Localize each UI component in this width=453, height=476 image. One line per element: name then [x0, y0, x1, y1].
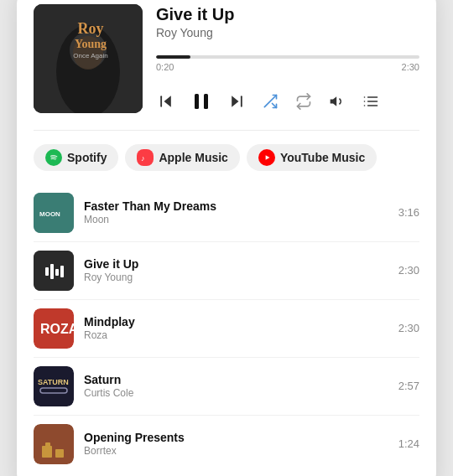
- tab-apple-music[interactable]: ♪ Apple Music: [125, 144, 239, 171]
- track-duration-3: 2:57: [398, 380, 419, 392]
- track-item[interactable]: MOON Faster Than My Dreams Moon 3:16: [34, 184, 419, 242]
- track-meta-1: Give it Up Roy Young: [84, 257, 388, 283]
- track-artist-3: Curtis Cole: [84, 387, 388, 399]
- track-meta-2: Mindplay Roza: [84, 315, 388, 341]
- svg-rect-32: [55, 269, 59, 276]
- music-player-card: Roy Young Once Again Give it Up Roy Youn…: [17, 0, 436, 476]
- track-meta-0: Faster Than My Dreams Moon: [84, 199, 388, 225]
- player-section: Roy Young Once Again Give it Up Roy Youn…: [34, 4, 419, 113]
- track-artist: Roy Young: [156, 26, 419, 39]
- track-thumb-2: ROZA: [34, 308, 74, 349]
- time-labels: 0:20 2:30: [156, 62, 419, 72]
- track-duration-4: 1:24: [398, 437, 419, 450]
- track-artist-1: Roy Young: [84, 272, 388, 283]
- svg-rect-10: [204, 94, 208, 109]
- svg-rect-9: [195, 94, 199, 109]
- svg-rect-40: [42, 446, 52, 458]
- track-name-1: Give it Up: [84, 257, 388, 271]
- divider: [34, 130, 419, 131]
- track-meta-4: Opening Presents Borrtex: [84, 431, 388, 457]
- track-name-2: Mindplay: [84, 315, 388, 329]
- tab-youtube-music[interactable]: YouTube Music: [247, 144, 377, 171]
- svg-text:Young: Young: [75, 38, 107, 50]
- track-item[interactable]: Give it Up Roy Young 2:30: [34, 242, 419, 300]
- progress-fill: [156, 55, 190, 59]
- current-time: 0:20: [156, 62, 174, 72]
- track-duration-2: 2:30: [398, 322, 419, 334]
- track-duration-0: 3:16: [398, 206, 419, 219]
- track-thumb-0: MOON: [34, 193, 74, 233]
- svg-text:ROZA: ROZA: [40, 322, 74, 336]
- forward-button[interactable]: [226, 91, 247, 111]
- track-duration-1: 2:30: [398, 264, 419, 277]
- svg-text:Once Again: Once Again: [73, 52, 107, 60]
- progress-bar[interactable]: [156, 55, 419, 59]
- svg-text:Roy: Roy: [78, 20, 104, 37]
- track-item[interactable]: ROZA Mindplay Roza 2:30: [34, 300, 419, 358]
- repeat-button[interactable]: [294, 91, 314, 111]
- youtube-music-icon: [258, 149, 275, 166]
- track-item[interactable]: Opening Presents Borrtex 1:24: [34, 416, 419, 473]
- track-name-3: Saturn: [84, 373, 388, 386]
- svg-rect-39: [34, 424, 74, 464]
- track-thumb-1: [34, 251, 74, 291]
- track-name-4: Opening Presents: [84, 431, 388, 444]
- tab-apple-music-label: Apple Music: [159, 151, 227, 164]
- track-artist-4: Borrtex: [84, 445, 388, 457]
- service-tabs: Spotify ♪ Apple Music YouTube Music: [34, 144, 419, 171]
- svg-rect-41: [45, 442, 50, 448]
- tab-youtube-music-label: YouTube Music: [280, 151, 365, 164]
- track-artist-2: Roza: [84, 329, 388, 341]
- svg-text:SATURN: SATURN: [38, 378, 69, 386]
- volume-button[interactable]: [327, 91, 347, 111]
- queue-button[interactable]: [361, 91, 381, 111]
- track-name-0: Faster Than My Dreams: [84, 199, 388, 213]
- track-meta-3: Saturn Curtis Cole: [84, 373, 388, 399]
- svg-marker-15: [331, 96, 337, 106]
- svg-rect-33: [60, 266, 64, 277]
- tab-spotify[interactable]: Spotify: [34, 144, 118, 171]
- track-thumb-4: [34, 424, 74, 464]
- player-info: Give it Up Roy Young 0:20 2:30: [156, 4, 419, 113]
- track-item[interactable]: SATURN Saturn Curtis Cole 2:57: [34, 358, 419, 416]
- tab-spotify-label: Spotify: [67, 151, 107, 164]
- total-time: 2:30: [402, 62, 419, 72]
- svg-rect-42: [55, 449, 64, 458]
- track-title: Give it Up: [156, 4, 419, 24]
- apple-music-icon: ♪: [137, 149, 154, 166]
- album-art: Roy Young Once Again: [34, 4, 143, 113]
- svg-rect-30: [45, 267, 49, 276]
- pause-button[interactable]: [190, 90, 213, 113]
- svg-text:♪: ♪: [142, 153, 146, 162]
- playback-controls: [156, 90, 419, 113]
- rewind-button[interactable]: [156, 91, 176, 111]
- track-artist-0: Moon: [84, 214, 388, 225]
- svg-text:MOON: MOON: [39, 210, 60, 218]
- svg-rect-36: [34, 366, 74, 406]
- spotify-icon: [45, 149, 62, 166]
- shuffle-button[interactable]: [260, 91, 280, 111]
- svg-marker-11: [232, 96, 238, 106]
- svg-marker-7: [164, 96, 171, 106]
- svg-rect-31: [50, 264, 54, 279]
- track-list: MOON Faster Than My Dreams Moon 3:16 Giv…: [34, 184, 419, 473]
- progress-section: 0:20 2:30: [156, 55, 419, 72]
- track-thumb-3: SATURN: [34, 366, 74, 406]
